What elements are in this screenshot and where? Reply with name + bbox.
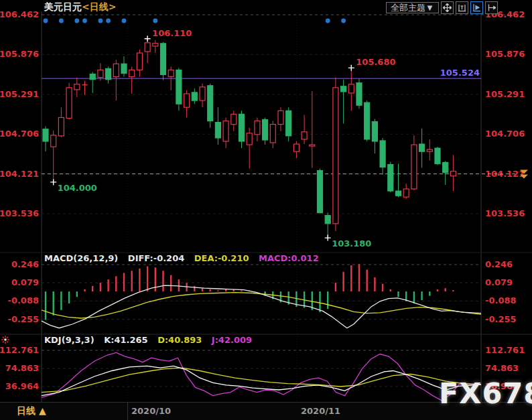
indicator-line	[42, 285, 481, 328]
candle-body	[153, 44, 158, 46]
axis-label: 105.876	[0, 49, 39, 59]
kdj-panel-header: KDJ(9,3,3) K:41.265 D:40.893 J:42.009	[44, 335, 259, 345]
axis-label: 105.524	[440, 68, 480, 78]
axis-label: 104.706	[0, 129, 39, 139]
axis-label: 104.000	[58, 183, 97, 193]
axis-label: 74.863	[5, 363, 39, 373]
macd-name-label: MACD(26,12,9)	[44, 253, 118, 263]
candle-body	[270, 125, 275, 143]
candle-body	[43, 129, 48, 141]
candle-body	[137, 53, 142, 70]
axis-label: 103.536	[485, 208, 525, 218]
indicator-line	[42, 352, 481, 400]
caret-up-icon: ▲	[39, 405, 46, 416]
axis-label: -0.088	[485, 295, 517, 305]
candle-body	[450, 171, 456, 176]
candle-body	[200, 87, 205, 100]
signal-dot-marker	[106, 19, 111, 23]
candle-body	[231, 114, 237, 124]
candle-body	[364, 102, 370, 139]
candle-body	[388, 165, 393, 192]
candle-body	[263, 120, 268, 140]
axis-label: 0.079	[485, 277, 513, 287]
signal-dot-marker	[59, 19, 64, 23]
candle-body	[255, 121, 260, 135]
signal-dot-marker	[74, 19, 79, 23]
kdj-k-value: K:41.265	[104, 335, 147, 345]
candle-body	[90, 74, 95, 80]
candle-body	[419, 144, 425, 151]
chart-window: 106.462106.462105.876105.876105.291105.2…	[0, 0, 532, 420]
candle-body	[286, 111, 291, 136]
shift-right-icon[interactable]	[485, 1, 498, 14]
instrument-title: 美元日元	[44, 1, 82, 12]
signal-dot-marker	[98, 19, 103, 23]
axis-label: 0.246	[11, 259, 39, 269]
macd-panel-header: MACD(26,12,9) DIFF:-0.204 DEA:-0.210 MAC…	[44, 253, 326, 263]
candle-body	[208, 86, 213, 121]
candle-body	[348, 84, 354, 93]
axis-label: 104.121	[0, 169, 39, 179]
candle-body	[145, 43, 150, 52]
kdj-name-label: KDJ(9,3,3)	[44, 335, 94, 345]
candle-body	[215, 123, 220, 138]
marker-burst-icon	[1, 334, 9, 346]
candle-body	[278, 111, 283, 124]
axis-label: 106.462	[0, 9, 39, 19]
macd-dea-value: DEA:-0.210	[194, 253, 249, 263]
candle-body	[372, 122, 377, 141]
candle-body	[184, 94, 190, 107]
candle-body	[310, 145, 315, 146]
candle-body	[176, 70, 182, 104]
candle-body	[51, 135, 56, 147]
candle-body	[302, 132, 307, 139]
axis-label: 74.863	[485, 363, 519, 373]
axis-scale-icon[interactable]	[456, 1, 468, 14]
signal-dot-marker	[341, 19, 346, 23]
candle-body	[98, 70, 103, 77]
cross-marker	[145, 36, 151, 42]
cross-marker	[348, 65, 354, 71]
signal-dot-marker	[153, 19, 157, 23]
signal-dot-marker	[82, 19, 87, 23]
page-title: 美元日元<日线>	[44, 1, 116, 13]
axis-label: 36.964	[5, 381, 39, 391]
candle-body	[106, 68, 111, 79]
axis-label: 105.876	[485, 49, 525, 59]
candle-body	[318, 171, 323, 213]
macd-diff-value: DIFF:-0.204	[128, 253, 184, 263]
crosshair-pointer-icon[interactable]	[470, 1, 483, 14]
candle-body	[325, 216, 330, 224]
candle-body	[168, 70, 174, 76]
kdj-j-value: J:42.009	[212, 335, 252, 345]
chart-canvas[interactable]: 106.462106.462105.876105.876105.291105.2…	[0, 0, 532, 420]
signal-dot-marker	[326, 19, 330, 23]
candle-body	[341, 86, 346, 92]
candle-body	[192, 92, 197, 100]
candle-body	[403, 189, 409, 197]
axis-label: 105.680	[356, 57, 395, 67]
candle-body	[129, 70, 135, 76]
watermark: FX678	[439, 376, 532, 410]
axis-label: 103.536	[0, 208, 39, 218]
candle-body	[443, 162, 448, 172]
themes-dropdown-button[interactable]: 全部主题▼	[386, 2, 439, 13]
signal-dot-marker	[44, 19, 48, 23]
candle-body	[356, 83, 362, 105]
candle-body	[66, 88, 72, 119]
axis-label: 112.761	[0, 345, 39, 355]
candle-body	[239, 114, 245, 141]
period-tab[interactable]: 日线 ▲	[17, 405, 46, 417]
candle-body	[293, 144, 299, 151]
month-label: 2020/10	[131, 406, 171, 416]
indicator-line	[42, 293, 481, 318]
candle-body	[411, 145, 417, 189]
candle-body	[223, 121, 228, 141]
macd-macd-value: MACD:0.012	[259, 253, 319, 263]
pan-icon[interactable]	[441, 1, 454, 14]
candle-body	[427, 149, 432, 151]
period-tag: <日线>	[82, 1, 116, 12]
bottom-bar-divider	[127, 403, 128, 420]
axis-label: -0.088	[7, 295, 39, 305]
candle-body	[121, 64, 127, 73]
